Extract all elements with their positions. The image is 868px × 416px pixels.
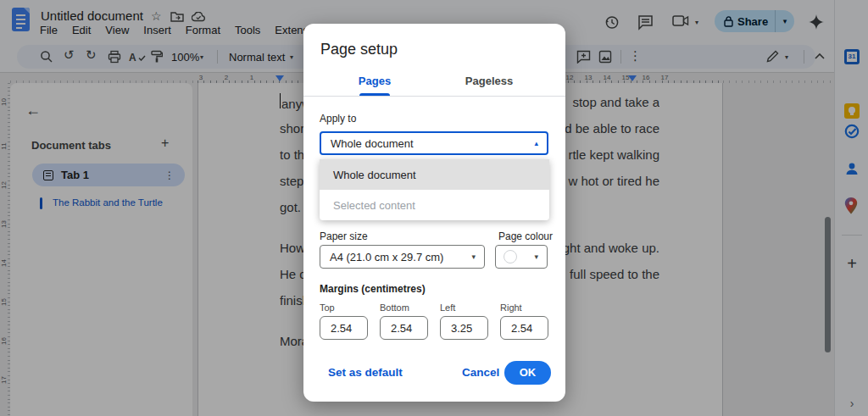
margin-top-input[interactable] <box>320 316 368 340</box>
tab-pageless[interactable]: Pageless <box>455 75 523 87</box>
tabs-divider <box>303 96 565 97</box>
margin-bottom-input[interactable] <box>380 316 428 340</box>
caret-up-icon: ▴ <box>534 139 538 147</box>
tab-pages[interactable]: Pages <box>341 75 409 87</box>
cancel-button[interactable]: Cancel <box>462 361 499 385</box>
margins-label: Margins (centimetres) <box>320 283 426 295</box>
caret-down-icon: ▾ <box>534 252 538 261</box>
page-colour-label: Page colour <box>498 230 553 242</box>
page-colour-select[interactable]: ▾ <box>495 245 548 269</box>
margin-top-label: Top <box>320 302 335 313</box>
page-colour-swatch <box>504 250 517 263</box>
margin-right-label: Right <box>500 302 522 313</box>
apply-to-dropdown-menu: Whole document Selected content <box>320 159 549 220</box>
paper-size-select[interactable]: A4 (21.0 cm x 29.7 cm) ▾ <box>320 245 485 269</box>
apply-to-label: Apply to <box>320 113 356 125</box>
dialog-title: Page setup <box>320 41 398 58</box>
option-selected-content[interactable]: Selected content <box>320 190 549 220</box>
margin-left-input[interactable] <box>440 316 488 340</box>
set-as-default-button[interactable]: Set as default <box>328 361 403 385</box>
caret-down-icon: ▾ <box>471 252 476 261</box>
margin-left-label: Left <box>440 302 455 313</box>
page-setup-dialog: Page setup Pages Pageless Apply to Whole… <box>303 24 565 402</box>
apply-to-select[interactable]: Whole document ▴ <box>320 131 548 155</box>
ok-button[interactable]: OK <box>504 361 551 385</box>
paper-size-label: Paper size <box>320 230 368 242</box>
option-whole-document[interactable]: Whole document <box>320 159 549 190</box>
margin-bottom-label: Bottom <box>380 302 409 313</box>
margin-right-input[interactable] <box>500 316 548 340</box>
